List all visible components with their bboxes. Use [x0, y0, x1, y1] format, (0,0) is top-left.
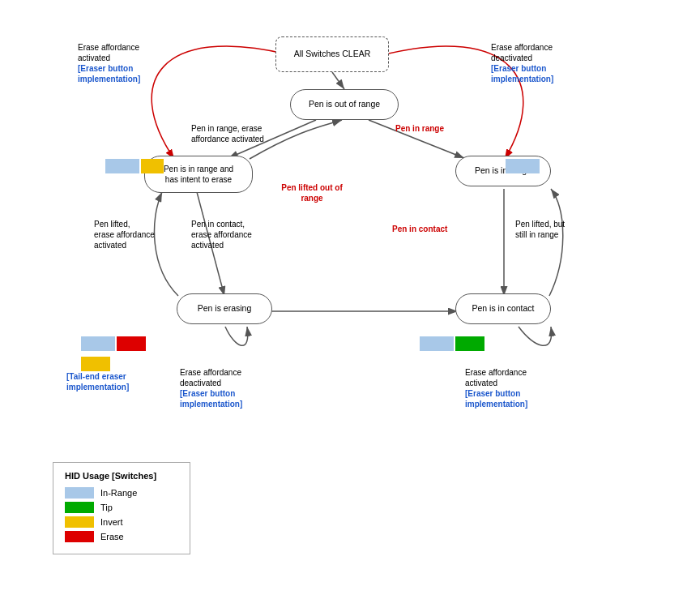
indicator-erasing-red: [117, 336, 146, 351]
legend-row-in-range: In-Range: [65, 487, 178, 499]
indicator-in-range-blue: [506, 159, 540, 173]
legend-label-invert: Invert: [100, 517, 123, 527]
label-pen-contact-right: Pen in contact: [392, 224, 465, 234]
label-tail-end-eraser: [Tail-end eraserimplementation]: [66, 371, 156, 392]
label-erase-deactivated-right: Erase affordancedeactivated[Eraser butto…: [491, 42, 596, 84]
label-pen-in-range-right: Pen in range: [395, 123, 468, 134]
legend-row-tip: Tip: [65, 502, 178, 513]
legend-swatch-invert: [65, 516, 94, 528]
legend-label-in-range: In-Range: [100, 488, 137, 498]
indicator-in-range-erase-blue: [105, 159, 139, 173]
legend-swatch-erase: [65, 531, 94, 542]
legend-label-erase: Erase: [100, 532, 124, 541]
legend-row-erase: Erase: [65, 531, 178, 542]
legend-title: HID Usage [Switches]: [65, 471, 178, 481]
label-pen-lifted-out-range: Pen lifted out ofrange: [267, 182, 356, 203]
diagram: All Switches CLEAR Pen is out of range P…: [0, 0, 700, 612]
indicator-tail-end-yellow: [81, 357, 110, 371]
label-pen-lifted-still-range: Pen lifted, butstill in range: [515, 219, 588, 240]
svg-line-2: [332, 72, 344, 89]
legend-swatch-in-range: [65, 487, 94, 499]
node-pen-in-contact: Pen is in contact: [455, 293, 551, 324]
node-label-in-range-erase: Pen is in range and has intent to erase: [164, 164, 233, 185]
node-label-erasing: Pen is erasing: [198, 303, 252, 315]
indicator-erasing-blue: [81, 336, 115, 351]
node-pen-erasing: Pen is erasing: [177, 293, 272, 324]
node-pen-out-of-range: Pen is out of range: [290, 89, 399, 120]
node-all-switches-clear: All Switches CLEAR: [275, 36, 389, 72]
node-label-in-contact: Pen is in contact: [472, 303, 534, 315]
node-label-clear: All Switches CLEAR: [294, 49, 371, 60]
label-erase-aff-deactivated-bottom: Erase affordancedeactivated[Eraser butto…: [180, 367, 277, 409]
indicator-contact-green: [455, 336, 484, 351]
legend-label-tip: Tip: [100, 503, 113, 512]
node-label-out-of-range: Pen is out of range: [309, 99, 380, 110]
legend-swatch-tip: [65, 502, 94, 513]
label-pen-contact-erase-aff: Pen in contact,erase affordanceactivated: [191, 219, 280, 250]
legend-row-invert: Invert: [65, 516, 178, 528]
label-erase-activated-left: Erase affordanceactivated[Eraser buttoni…: [78, 42, 175, 84]
label-pen-lifted-erase-aff: Pen lifted,erase affordanceactivated: [94, 219, 175, 250]
indicator-in-range-erase-yellow: [141, 159, 164, 173]
label-pen-in-range-erase-activated: Pen in range, eraseaffordance activated: [191, 123, 297, 144]
label-erase-aff-activated-bottom: Erase affordanceactivated[Eraser buttoni…: [465, 367, 562, 409]
legend: HID Usage [Switches] In-Range Tip Invert…: [53, 462, 190, 554]
indicator-contact-blue: [420, 336, 454, 351]
